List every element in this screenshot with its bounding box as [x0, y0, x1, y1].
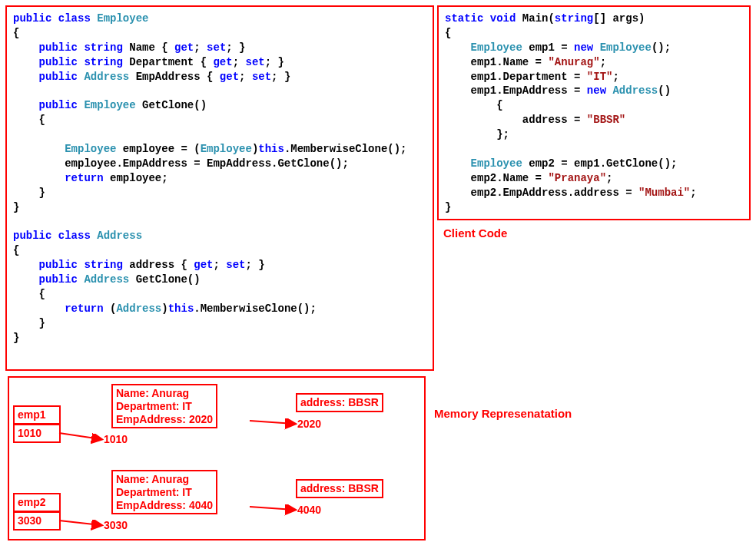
client-main-code: static void Main(string[] args) { Employ… — [437, 5, 751, 220]
svg-line-0 — [59, 433, 101, 439]
memory-diagram: Memory Represenatation emp1 1010 emp2 30… — [4, 376, 749, 545]
svg-line-2 — [250, 421, 294, 424]
employee-address-class-code: public class Employee { public string Na… — [5, 5, 434, 371]
code-row: public class Employee { public string Na… — [4, 4, 752, 372]
svg-line-3 — [250, 507, 294, 510]
client-code-label: Client Code — [443, 226, 752, 240]
svg-line-1 — [59, 521, 101, 525]
arrow-icon — [4, 376, 426, 537]
memory-title: Memory Represenatation — [434, 407, 572, 420]
